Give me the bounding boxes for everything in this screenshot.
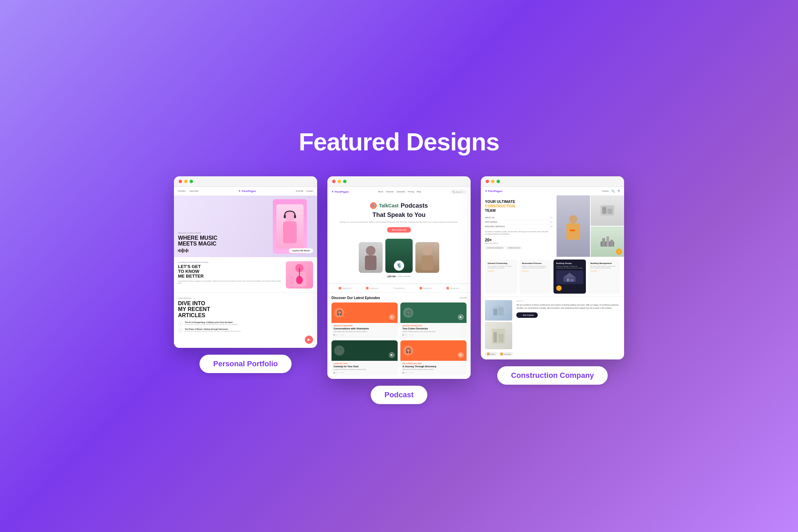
podcast-label: Podcast [371, 386, 427, 404]
portfolio-sec2-title: LET'S GETTO KNOWME BETTER [178, 264, 282, 279]
construction-nav-logo: ✦ FlexiPages [485, 190, 502, 193]
nav-search-icon[interactable]: 🔍 [611, 190, 615, 193]
menu-item-1: ABOUT US 01 [485, 216, 552, 220]
construction-hero-right: → [557, 195, 624, 257]
construction-img-3: → [591, 226, 624, 257]
podcast-hero-images: 🎙️ [334, 239, 464, 273]
construction-hero-left: YOUR ULTIMATE CONSTRUCTION TEAM ABOUT US… [481, 195, 557, 257]
episode-play-4[interactable]: ▶ [458, 352, 464, 358]
construction-icon: 🔧 [500, 353, 503, 355]
portfolio-sec2-image [286, 261, 313, 289]
svg-rect-21 [610, 240, 613, 247]
episode-play-2[interactable]: ▶ [458, 314, 464, 320]
portfolio-sec2-label: Unveiling the Artist Behind the Music [178, 261, 282, 263]
nav-episodes[interactable]: Episodes [397, 191, 405, 193]
construction-arrow-btn[interactable]: → [616, 249, 622, 255]
episode-card-2-bottom: UNCOVER THE REALITIES True Crime Chronic… [400, 323, 467, 338]
play-button[interactable]: ▶ [305, 336, 313, 344]
nav-link-find[interactable]: Find Me [296, 190, 304, 192]
article-number-2: ② [178, 328, 183, 333]
svg-rect-3 [294, 215, 296, 218]
article-texts-2: The Power of Music: Healing through Harm… [185, 328, 241, 332]
svg-rect-9 [365, 255, 376, 270]
construction-dot-green [497, 180, 500, 183]
episode-card-3: 🎧 ▶ LAUGH OUT LOUD Comedy for Your Soul … [331, 340, 398, 375]
service-desc-3: Seamless integration of design and const… [556, 265, 583, 269]
nav-about[interactable]: About [378, 191, 383, 193]
browser-dot-green [190, 180, 193, 183]
about-tags: 🏠 building 🔧 construction [485, 352, 513, 356]
svg-rect-22 [563, 277, 576, 282]
svg-point-10 [423, 246, 432, 255]
service-desc-4: We oversee every detail to ensure timely… [591, 265, 618, 269]
portfolio-hero-title: WHERE MUSICMEETS MAGIC [178, 235, 218, 247]
service-read-more-2[interactable]: Read More [522, 270, 549, 272]
episode-card-1-bottom: SPECIES OF INNOVATION Conversations with… [331, 323, 398, 338]
podcast-browser-card: ✦ FlexiPages About Features Episodes Pri… [327, 176, 471, 379]
portfolio-soundwave [178, 248, 218, 253]
podcast-cta-btn[interactable]: Start Listening [387, 227, 411, 233]
ep-meta-3: 🔊 Ep 3 38 min [334, 372, 396, 373]
portfolio-article-2: ② The Power of Music: Healing through Ha… [178, 328, 313, 333]
about-tag-label-1: building [490, 353, 495, 355]
article-texts-1: The Art of Songwriting: Crafting Lyrics … [185, 321, 238, 325]
podcast-episodes: Discover Our Latest Episodes View All 🎧 … [327, 293, 471, 379]
svg-rect-28 [499, 307, 504, 315]
svg-rect-20 [606, 236, 609, 247]
portfolio-section2: Unveiling the Artist Behind the Music LE… [174, 257, 317, 293]
get-quote-btn[interactable]: → Get A Quote [516, 312, 538, 318]
podcast-dot-red [332, 180, 336, 183]
nav-link-portfolio[interactable]: Portfolio [178, 190, 186, 192]
portfolio-nav: Portfolio About Me ✦ FlexiPages Find Me … [174, 187, 317, 196]
nav-blog[interactable]: Blog [417, 191, 421, 193]
about-tag-label-2: construction [504, 353, 511, 355]
portfolio-browser-bar [174, 176, 317, 187]
podcast-logo-5: logolpsum [446, 287, 459, 290]
nav-menu-icon[interactable]: ☰ [618, 190, 620, 193]
podcast-stat-label: Active Listeners [398, 275, 411, 277]
ep-meta-4: 🔊 Ep 4 60 min [402, 372, 464, 373]
nav-contact[interactable]: Contact [602, 190, 609, 192]
portfolio-hero: Welcome to Diva's World: WHERE MUSICMEET… [174, 196, 317, 257]
ep-title-3: Comedy for Your Soul [334, 365, 396, 368]
service-read-more-1[interactable]: Read More [488, 270, 515, 272]
podcast-view-all[interactable]: View All [459, 297, 467, 299]
menu-item-2: PAST WORKS 02 [485, 220, 552, 224]
nav-features[interactable]: Features [386, 191, 394, 193]
ep-category-1: SPECIES OF INNOVATION [334, 325, 396, 327]
nav-link-about[interactable]: About Me [190, 190, 198, 192]
service-read-more-4[interactable]: Read More [591, 270, 618, 272]
nav-link-contact[interactable]: Contact [306, 190, 313, 192]
construction-stats: 20+ Years of Excellence [485, 238, 552, 244]
podcast-episodes-grid: 🎧 ▶ SPECIES OF INNOVATION Conversations … [331, 302, 467, 375]
about-desc: We are architects of dream architectures… [516, 304, 620, 310]
ep-category-3: LAUGH OUT LOUD [334, 363, 396, 365]
portfolio-explore-btn[interactable]: Explore My World [289, 248, 313, 253]
nav-pricing[interactable]: Pricing [408, 191, 414, 193]
svg-rect-30 [493, 332, 497, 342]
episode-play-3[interactable]: ▶ [389, 352, 395, 358]
service-title-2: Renovation Process [522, 262, 549, 264]
podcast-logos-row: logolpsum logolpsum ✕ logolpsum logolpsu… [327, 284, 471, 293]
ep-desc-3: Laugh out loud with our hilarious comedy… [334, 369, 396, 371]
podcast-card-wrapper: ✦ FlexiPages About Features Episodes Pri… [327, 176, 471, 404]
svg-rect-14 [570, 230, 575, 231]
episode-card-4: 🎧 ▶ THE SCIENCE EXPLORED A Journey Throu… [400, 340, 467, 375]
construction-arrow-service[interactable]: → [556, 285, 562, 291]
portfolio-browser-card: Portfolio About Me ✦ FlexiPages Find Me … [174, 176, 317, 348]
episode-card-4-bottom: THE SCIENCE EXPLORED A Journey Through D… [400, 361, 467, 375]
ep-speaker-1: 🔊 Ep 1 [334, 334, 338, 336]
construction-img-1 [557, 195, 590, 257]
podcast-dot-yellow [338, 180, 341, 183]
service-card-1: General Contracting From concept to comp… [485, 260, 517, 294]
podcast-browser-bar [327, 176, 471, 187]
stat-label: Years of Excellence [485, 242, 498, 244]
podcast-search[interactable]: 🔍 Search... [450, 190, 467, 194]
logo-dot-1 [339, 287, 341, 290]
podcast-sub: Embark on a Journey of Discovery. Where … [334, 221, 464, 223]
portfolio-sec3-title: DIVE INTOMY RECENTARTICLES [178, 300, 313, 319]
portfolio-label: Personal Portfolio [200, 355, 291, 373]
menu-item-3: AVAILABLE SERVICES 03 [485, 224, 552, 229]
episode-play-1[interactable]: ▶ [389, 314, 395, 320]
podcast-mic-icon: 🎙️ [394, 261, 404, 271]
